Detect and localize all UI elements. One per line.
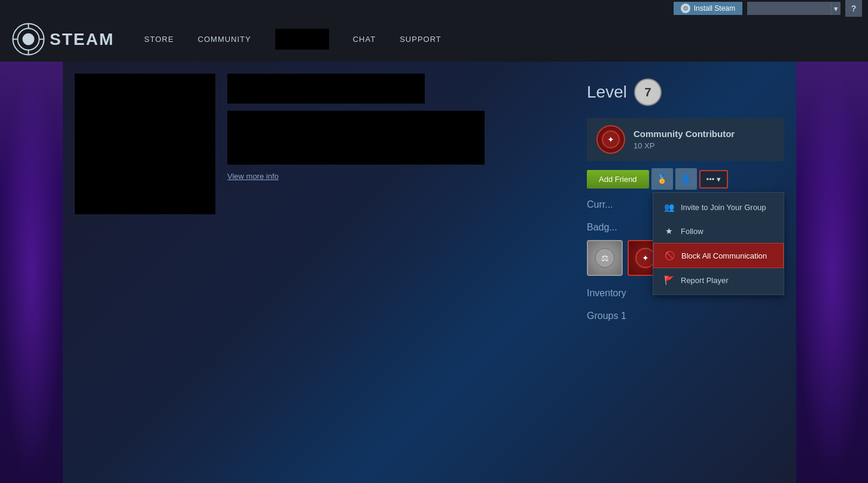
- invite-group-label: Invite to Join Your Group: [681, 203, 766, 212]
- groups-count: 1: [621, 311, 626, 321]
- help-button[interactable]: ?: [845, 0, 862, 17]
- page-background: View more info Level 7 ✦: [0, 62, 868, 483]
- nav-store-label: STORE: [144, 35, 174, 44]
- dropdown-menu: 👥 Invite to Join Your Group ★ Follow 🚫 B…: [653, 192, 784, 295]
- main-content: View more info Level 7 ✦: [63, 62, 796, 483]
- groups-label-text: Groups: [587, 311, 618, 321]
- block-label: Block All Communication: [681, 251, 767, 260]
- report-label: Report Player: [681, 276, 728, 285]
- install-steam-button[interactable]: ⊙ Install Steam: [674, 2, 742, 15]
- nav-support[interactable]: SUPPORT: [388, 17, 453, 62]
- topbar: ⊙ Install Steam ▾ ?: [0, 0, 868, 17]
- more-dropdown-button[interactable]: ••• ▾: [699, 170, 729, 189]
- svg-point-2: [23, 34, 35, 45]
- action-buttons: Add Friend 🏅 👤 ••• ▾ 👥 Invite to Join Yo: [587, 168, 784, 190]
- dropdown-block[interactable]: 🚫 Block All Communication: [653, 243, 784, 268]
- add-friend-label: Add Friend: [599, 175, 637, 184]
- profile-left: [75, 74, 215, 471]
- follow-label: Follow: [681, 227, 703, 236]
- install-steam-label: Install Steam: [694, 4, 735, 13]
- svg-text:✦: ✦: [642, 253, 649, 263]
- report-icon: 🚩: [663, 274, 675, 286]
- svg-text:✦: ✦: [607, 135, 614, 144]
- steam-logo-icon: [12, 23, 45, 56]
- nav-username-blocked: [275, 29, 329, 50]
- follow-icon: ★: [663, 225, 675, 237]
- inventory-label-text: Inventory: [587, 288, 626, 298]
- contributor-title: Community Contributor: [634, 129, 735, 139]
- dropdown-report[interactable]: 🚩 Report Player: [653, 268, 784, 292]
- ellipsis-icon: •••: [706, 175, 715, 184]
- email-area: ▾: [747, 2, 840, 15]
- nav-store[interactable]: STORE: [132, 17, 186, 62]
- help-label: ?: [851, 4, 857, 13]
- badge-silver-icon: ⚖: [594, 247, 616, 269]
- email-input[interactable]: [747, 2, 831, 15]
- profile-icon: 👤: [681, 174, 691, 184]
- profile-description-block: [227, 111, 485, 165]
- add-friend-button[interactable]: Add Friend: [587, 170, 649, 189]
- invite-group-icon: 👥: [663, 201, 675, 213]
- nav-chat[interactable]: CHAT: [341, 17, 388, 62]
- badges-label-text: Badg...: [587, 222, 617, 232]
- profile-right: Level 7 ✦ Community Contributor 10 XP: [587, 74, 784, 471]
- level-label: Level: [587, 83, 627, 102]
- groups-section: Groups 1: [587, 311, 784, 321]
- view-more-info-label: View more info: [227, 172, 279, 181]
- navbar-links: STORE COMMUNITY CHAT SUPPORT: [132, 17, 453, 62]
- steam-logo-text: STEAM: [50, 30, 114, 49]
- level-badge: 7: [634, 78, 662, 106]
- email-dropdown-button[interactable]: ▾: [831, 2, 840, 15]
- dropdown-invite-group[interactable]: 👥 Invite to Join Your Group: [653, 195, 784, 219]
- contributor-xp: 10 XP: [634, 141, 735, 150]
- currently-label: Curr...: [587, 199, 613, 209]
- steam-icon: ⊙: [681, 4, 690, 13]
- contributor-info: Community Contributor 10 XP: [634, 129, 735, 150]
- nav-chat-label: CHAT: [353, 35, 376, 44]
- left-decoration: [0, 62, 63, 483]
- profile-center: View more info: [227, 74, 575, 471]
- dropdown-follow[interactable]: ★ Follow: [653, 219, 784, 243]
- award-icon: 🏅: [657, 174, 667, 184]
- block-icon: 🚫: [663, 250, 675, 262]
- nav-username[interactable]: [263, 17, 341, 62]
- svg-text:⚖: ⚖: [601, 253, 609, 263]
- contributor-badge-icon: ✦: [596, 125, 625, 154]
- level-area: Level 7: [587, 74, 784, 111]
- award-button[interactable]: 🏅: [651, 168, 673, 190]
- profile-name-block: [227, 74, 425, 104]
- profile-view-button[interactable]: 👤: [675, 168, 697, 190]
- nav-community-label: COMMUNITY: [198, 35, 251, 44]
- steam-logo[interactable]: STEAM: [12, 23, 114, 56]
- chevron-down-icon: ▾: [717, 175, 721, 184]
- nav-community[interactable]: COMMUNITY: [186, 17, 263, 62]
- contributor-card: ✦ Community Contributor 10 XP: [587, 118, 784, 161]
- nav-support-label: SUPPORT: [400, 35, 441, 44]
- profile-avatar: [75, 74, 215, 214]
- view-more-info-link[interactable]: View more info: [227, 172, 575, 181]
- level-number: 7: [644, 86, 651, 99]
- badge-silver[interactable]: ⚖: [587, 240, 623, 276]
- contributor-icon-svg: ✦: [601, 130, 620, 149]
- navbar: STEAM STORE COMMUNITY CHAT SUPPORT: [0, 17, 868, 62]
- right-decoration: [796, 62, 868, 483]
